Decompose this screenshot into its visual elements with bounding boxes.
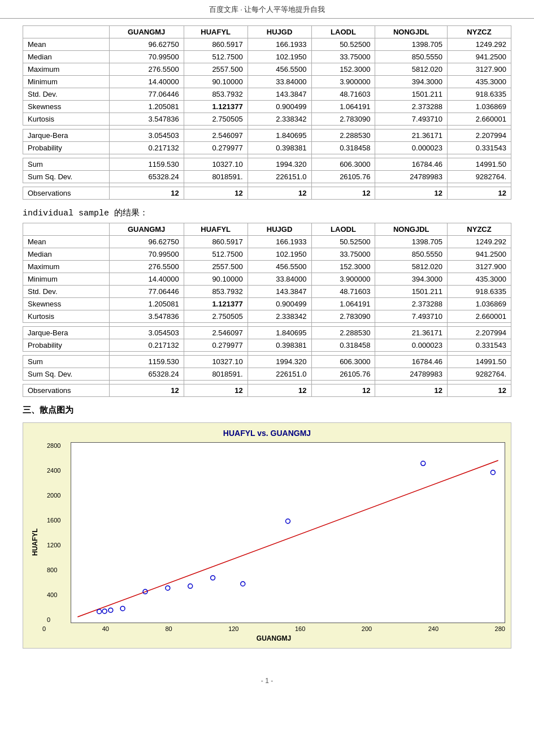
- table-row: Std. Dev.77.06446853.7932143.384748.7160…: [23, 88, 511, 101]
- table-row: Median70.99500512.7500102.195033.7500085…: [23, 248, 511, 261]
- spacer-cell: [248, 126, 311, 129]
- data-cell: 2.288530: [311, 327, 375, 339]
- data-cell: 1159.530: [109, 356, 184, 368]
- data-cell: 1249.292: [448, 236, 511, 248]
- table-row: Jarque-Bera3.0545032.5460971.8406952.288…: [23, 129, 511, 142]
- data-cell: 33.75000: [311, 51, 375, 63]
- row-label-cell: Probability: [23, 339, 110, 352]
- data-cell: 2.207994: [448, 327, 511, 339]
- y-tick-label: 1200: [47, 542, 60, 548]
- data-cell: 860.5917: [184, 236, 248, 248]
- data-cell: 0.217132: [109, 142, 184, 154]
- chart-wrapper: 040080012001600200024002800: [71, 442, 505, 623]
- table-row: Sum1159.53010327.101994.320606.300016784…: [23, 158, 511, 171]
- stats-table-2: GUANGMJHUAFYLHUJGDLAODLNONGJDLNYZCZMean9…: [23, 223, 511, 397]
- y-tick-label: 2000: [47, 492, 60, 499]
- data-cell: 1.840695: [248, 327, 311, 339]
- data-cell: 12: [248, 385, 311, 397]
- scatter-point: [241, 582, 245, 586]
- data-cell: 1.064191: [311, 101, 375, 113]
- col-header-1: GUANGMJ: [109, 26, 184, 38]
- data-cell: 12: [375, 187, 448, 200]
- data-cell: 860.5917: [184, 38, 248, 51]
- data-cell: 0.279977: [184, 142, 248, 154]
- data-cell: 853.7932: [184, 88, 248, 101]
- table-row: Probability0.2171320.2799770.3983810.318…: [23, 339, 511, 352]
- data-cell: 512.7500: [184, 248, 248, 261]
- data-cell: 0.331543: [448, 142, 511, 154]
- data-cell: 8018591.: [184, 368, 248, 381]
- data-cell: 12: [448, 385, 511, 397]
- data-cell: 70.99500: [109, 248, 184, 261]
- chart-area: HUAFYL 040080012001600200024002800 04080…: [29, 442, 505, 642]
- data-cell: 77.06446: [109, 286, 184, 298]
- data-cell: 394.3000: [375, 76, 448, 88]
- data-cell: 0.398381: [248, 142, 311, 154]
- spacer-cell: [109, 352, 184, 356]
- data-cell: 2.207994: [448, 129, 511, 142]
- data-cell: 0.398381: [248, 339, 311, 352]
- data-cell: 0.900499: [248, 101, 311, 113]
- chart-inner: 040080012001600200024002800 040801201602…: [42, 442, 505, 642]
- data-cell: 1.036869: [448, 298, 511, 310]
- data-cell: 24789983: [375, 368, 448, 381]
- col-header-0: [23, 26, 110, 38]
- data-cell: 152.3000: [311, 63, 375, 76]
- spacer-cell: [448, 154, 511, 158]
- spacer-cell: [375, 126, 448, 129]
- data-cell: 12: [311, 385, 375, 397]
- table-row: Probability0.2171320.2799770.3983810.318…: [23, 142, 511, 154]
- spacer-cell: [375, 352, 448, 356]
- scatter-point: [166, 586, 170, 590]
- data-cell: 24789983: [375, 171, 448, 183]
- data-cell: 2.783090: [311, 310, 375, 323]
- data-cell: 0.000023: [375, 339, 448, 352]
- data-cell: 65328.24: [109, 368, 184, 381]
- data-cell: 3.900000: [311, 76, 375, 88]
- table-row: Skewness1.2050811.1213770.9004991.064191…: [23, 101, 511, 113]
- x-tick-label: 280: [495, 625, 505, 632]
- spacer-cell: [109, 381, 184, 385]
- x-tick-label: 240: [428, 625, 439, 632]
- data-cell: 0.318458: [311, 142, 375, 154]
- data-cell: 1.121377: [184, 298, 248, 310]
- data-cell: 2.660001: [448, 113, 511, 126]
- data-cell: 9282764.: [448, 368, 511, 381]
- row-label-cell: Median: [23, 51, 110, 63]
- spacer-cell: [23, 126, 110, 129]
- x-tick-label: 120: [228, 625, 238, 632]
- row-label-cell: Jarque-Bera: [23, 129, 110, 142]
- table-row: Observations121212121212: [23, 385, 511, 397]
- page-footer: - 1 -: [0, 677, 534, 685]
- table-row: Sum Sq. Dev.65328.248018591.226151.02610…: [23, 171, 511, 183]
- y-tick-label: 800: [47, 567, 60, 573]
- row-label-cell: Sum Sq. Dev.: [23, 368, 110, 381]
- data-cell: 3.547836: [109, 113, 184, 126]
- row-label-cell: Mean: [23, 236, 110, 248]
- data-cell: 143.3847: [248, 286, 311, 298]
- data-cell: 456.5500: [248, 261, 311, 273]
- chart-plot: [71, 442, 505, 623]
- data-cell: 26105.76: [311, 368, 375, 381]
- data-cell: 12: [109, 187, 184, 200]
- spacer-cell: [109, 126, 184, 129]
- spacer-cell: [248, 183, 311, 187]
- row-label-cell: Mean: [23, 38, 110, 51]
- data-cell: 2.373288: [375, 101, 448, 113]
- data-cell: 3.900000: [311, 273, 375, 286]
- data-cell: 606.3000: [311, 356, 375, 368]
- data-cell: 1994.320: [248, 356, 311, 368]
- data-cell: 70.99500: [109, 51, 184, 63]
- row-label-cell: Maximum: [23, 261, 110, 273]
- data-cell: 3.547836: [109, 310, 184, 323]
- data-cell: 0.318458: [311, 339, 375, 352]
- data-cell: 48.71603: [311, 286, 375, 298]
- data-cell: 166.1933: [248, 38, 311, 51]
- spacer-cell: [311, 154, 375, 158]
- data-cell: 1249.292: [448, 38, 511, 51]
- y-tick-label: 2800: [47, 442, 60, 449]
- data-cell: 102.1950: [248, 248, 311, 261]
- scatter-point: [108, 608, 113, 612]
- scatter-heading: 三、散点图为: [23, 405, 511, 416]
- data-cell: 435.3000: [448, 76, 511, 88]
